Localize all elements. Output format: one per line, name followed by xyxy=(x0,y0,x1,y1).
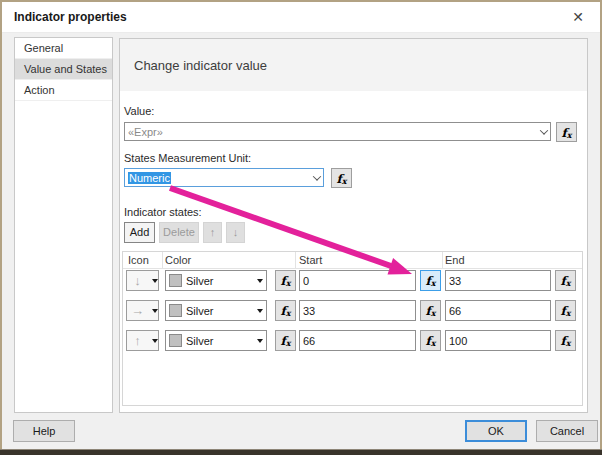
up-arrow-icon: ↑ xyxy=(210,226,216,238)
window-border xyxy=(0,0,602,2)
header-divider xyxy=(442,252,443,268)
move-down-button[interactable]: ↓ xyxy=(226,222,245,243)
header-divider xyxy=(162,252,163,268)
color-fx-button[interactable]: fx xyxy=(275,270,296,291)
icon-dropdown-button[interactable]: ↑ xyxy=(126,330,159,351)
color-dropdown[interactable]: Silver xyxy=(165,270,267,291)
column-header-color: Color xyxy=(165,254,191,266)
fx-icon: f xyxy=(281,274,286,288)
color-swatch xyxy=(169,334,182,347)
color-name: Silver xyxy=(186,275,253,287)
indicator-right-arrow-icon: → xyxy=(127,301,148,320)
heading-band: Change indicator value xyxy=(120,39,587,91)
indicator-down-arrow-icon: ↓ xyxy=(127,271,148,290)
color-fx-button[interactable]: fx xyxy=(275,300,296,321)
cancel-button[interactable]: Cancel xyxy=(536,420,598,442)
value-combobox[interactable]: «Expr» xyxy=(124,122,551,141)
down-arrow-icon: ↓ xyxy=(233,226,239,238)
start-fx-button-highlighted[interactable]: fx xyxy=(420,270,441,291)
end-value-input[interactable] xyxy=(445,330,551,351)
dropdown-caret-icon xyxy=(257,279,263,283)
start-fx-button[interactable]: fx xyxy=(420,330,441,351)
fx-icon: f xyxy=(426,304,431,318)
sidebar: General Value and States Action xyxy=(14,37,113,413)
dropdown-caret-icon[interactable] xyxy=(152,279,158,283)
header-divider xyxy=(123,268,582,269)
fx-icon: f xyxy=(281,334,286,348)
column-header-icon: Icon xyxy=(128,254,149,266)
color-dropdown[interactable]: Silver xyxy=(165,330,267,351)
table-row: ↓ Silver fx fx fx xyxy=(123,270,582,291)
table-row: → Silver fx fx fx xyxy=(123,300,582,321)
unit-combobox[interactable]: Numeric xyxy=(124,168,324,187)
fx-icon: f xyxy=(337,172,342,186)
indicator-states-label: Indicator states: xyxy=(124,206,202,218)
indicator-properties-dialog: Indicator properties ✕ General Value and… xyxy=(0,0,602,455)
fx-icon: f xyxy=(561,304,566,318)
end-fx-button[interactable]: fx xyxy=(555,330,576,351)
start-value-input[interactable] xyxy=(299,270,416,291)
color-name: Silver xyxy=(186,335,253,347)
title-bar: Indicator properties ✕ xyxy=(2,2,600,33)
delete-button[interactable]: Delete xyxy=(159,222,199,243)
chevron-down-icon xyxy=(313,172,321,180)
table-row: ↑ Silver fx fx fx xyxy=(123,330,582,351)
end-fx-button[interactable]: fx xyxy=(555,300,576,321)
fx-icon: f xyxy=(426,274,431,288)
color-dropdown[interactable]: Silver xyxy=(165,300,267,321)
window-border xyxy=(0,449,602,455)
help-button[interactable]: Help xyxy=(13,420,75,442)
end-fx-button[interactable]: fx xyxy=(555,270,576,291)
page-title: Change indicator value xyxy=(134,58,267,73)
sidebar-item-value-and-states[interactable]: Value and States xyxy=(15,59,112,80)
icon-dropdown-button[interactable]: → xyxy=(126,300,159,321)
unit-combobox-text: Numeric xyxy=(128,172,171,184)
indicator-states-table: Icon Color Start End ↓ Silver fx xyxy=(122,251,583,406)
value-label: Value: xyxy=(124,105,154,117)
end-value-input[interactable] xyxy=(445,270,551,291)
start-value-input[interactable] xyxy=(299,300,416,321)
dropdown-caret-icon[interactable] xyxy=(152,309,158,313)
indicator-up-arrow-icon: ↑ xyxy=(127,331,148,350)
fx-icon: f xyxy=(561,274,566,288)
color-name: Silver xyxy=(186,305,253,317)
dropdown-caret-icon xyxy=(257,339,263,343)
fx-icon: f xyxy=(426,334,431,348)
column-header-end: End xyxy=(445,254,465,266)
unit-label: States Measurement Unit: xyxy=(124,152,251,164)
color-fx-button[interactable]: fx xyxy=(275,330,296,351)
window-border xyxy=(0,0,2,455)
ok-button[interactable]: OK xyxy=(465,420,527,442)
icon-dropdown-button[interactable]: ↓ xyxy=(126,270,159,291)
main-panel: Change indicator value Value: «Expr» fx … xyxy=(119,38,588,413)
color-swatch xyxy=(169,274,182,287)
fx-icon: f xyxy=(281,304,286,318)
chevron-down-icon xyxy=(540,126,548,134)
value-combobox-text: «Expr» xyxy=(128,126,537,138)
color-swatch xyxy=(169,304,182,317)
sidebar-item-general[interactable]: General xyxy=(15,38,112,59)
unit-fx-button[interactable]: fx xyxy=(331,168,352,188)
close-icon[interactable]: ✕ xyxy=(568,7,588,27)
start-value-input[interactable] xyxy=(299,330,416,351)
sidebar-item-action[interactable]: Action xyxy=(15,80,112,101)
dropdown-caret-icon[interactable] xyxy=(152,339,158,343)
column-header-start: Start xyxy=(299,254,322,266)
add-button[interactable]: Add xyxy=(124,222,155,243)
fx-icon: f xyxy=(561,334,566,348)
fx-icon: f xyxy=(562,126,567,140)
move-up-button[interactable]: ↑ xyxy=(203,222,222,243)
dropdown-caret-icon xyxy=(257,309,263,313)
start-fx-button[interactable]: fx xyxy=(420,300,441,321)
dialog-title: Indicator properties xyxy=(14,10,127,24)
end-value-input[interactable] xyxy=(445,300,551,321)
value-fx-button[interactable]: fx xyxy=(556,122,577,142)
header-divider xyxy=(295,252,296,268)
